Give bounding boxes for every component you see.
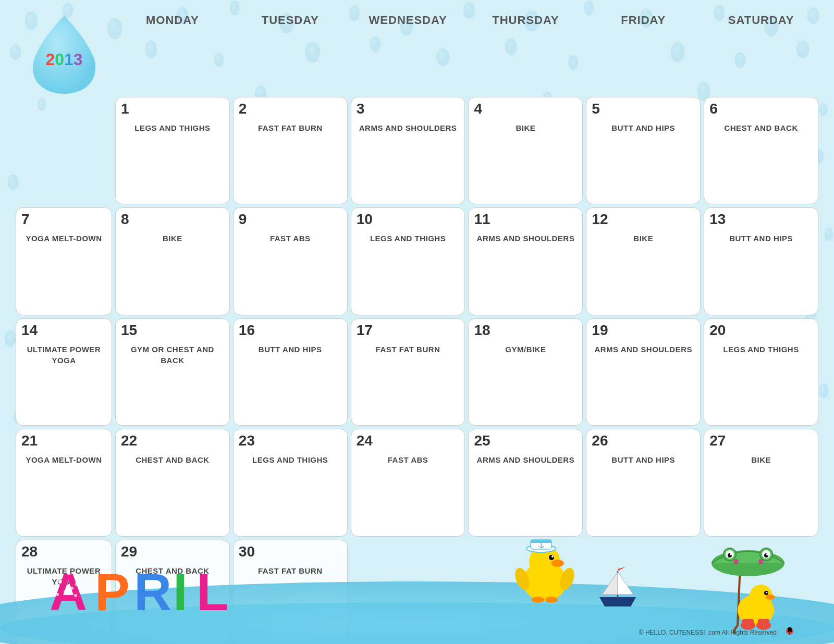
- calendar-cell: 27BIKE: [704, 429, 818, 536]
- saturday-header: SATURDAY: [704, 10, 818, 94]
- cell-day-number: 16: [239, 323, 255, 338]
- cell-day-number: 19: [592, 323, 608, 338]
- cell-activity: BIKE: [516, 122, 535, 133]
- cell-day-number: 20: [709, 323, 726, 338]
- tuesday-header: TUESDAY: [233, 10, 348, 94]
- cell-day-number: 14: [21, 323, 38, 338]
- cell-activity: LEGS AND THIGHS: [370, 233, 446, 244]
- cell-activity: CHEST AND BACK: [724, 122, 798, 133]
- calendar-cell: 10LEGS AND THIGHS: [351, 207, 465, 315]
- water-drop-icon: 2013: [22, 10, 106, 94]
- cell-day-number: 7: [21, 212, 30, 227]
- cell-activity: ARMS AND SHOULDERS: [594, 344, 692, 355]
- calendar-wrapper: 2013 MONDAY TUESDAY WEDNESDAY THURSDAY F…: [0, 0, 834, 644]
- cell-day-number: 27: [709, 434, 726, 448]
- cell-activity: CHEST AND BACK: [136, 454, 209, 465]
- cell-day-number: 12: [592, 212, 608, 227]
- wednesday-header: WEDNESDAY: [351, 10, 465, 94]
- calendar-cell: 18GYM/BIKE: [468, 318, 583, 426]
- calendar-cell: 14ULTIMATE POWER YOGA: [16, 318, 112, 426]
- calendar-cell: 25ARMS AND SHOULDERS: [468, 429, 583, 536]
- cell-day-number: 3: [357, 102, 365, 116]
- cell-day-number: 13: [709, 212, 726, 227]
- monday-header: MONDAY: [115, 10, 230, 94]
- calendar-cell: 15GYM OR CHEST AND BACK: [115, 318, 230, 426]
- cell-day-number: 23: [239, 434, 255, 448]
- svg-text:2013: 2013: [45, 50, 82, 69]
- calendar-cell: 13BUTT AND HIPS: [704, 207, 818, 315]
- calendar-cell: [586, 540, 701, 644]
- cell-activity: FAST FAT BURN: [258, 122, 323, 133]
- calendar-cell: 1LEGS AND THIGHS: [115, 97, 230, 204]
- cell-day-number: 1: [121, 102, 129, 116]
- calendar-cell: 20LEGS AND THIGHS: [704, 318, 818, 426]
- cell-day-number: 2: [239, 102, 247, 116]
- cell-activity: GYM OR CHEST AND BACK: [121, 344, 224, 366]
- cell-activity: ULTIMATE POWER YOGA: [21, 565, 106, 587]
- calendar-cell: 21YOGA MELT-DOWN: [16, 429, 112, 536]
- cell-day-number: 18: [474, 323, 490, 338]
- cell-activity: YOGA MELT-DOWN: [26, 454, 102, 465]
- calendar-cell: 6CHEST AND BACK: [704, 97, 818, 204]
- calendar-cell: [468, 540, 583, 644]
- cell-day-number: 9: [239, 212, 247, 227]
- calendar-cell: 3ARMS AND SHOULDERS: [351, 97, 465, 204]
- calendar-cell: 19ARMS AND SHOULDERS: [586, 318, 701, 426]
- calendar-cell: 9FAST ABS: [233, 207, 348, 315]
- cell-day-number: 25: [474, 434, 490, 448]
- calendar-cell: 28ULTIMATE POWER YOGA: [16, 540, 112, 644]
- header-row: 2013 MONDAY TUESDAY WEDNESDAY THURSDAY F…: [16, 10, 818, 94]
- calendar-cell: 7YOGA MELT-DOWN: [16, 207, 112, 315]
- calendar-cell: [16, 97, 112, 204]
- calendar-cell: [704, 540, 818, 644]
- cell-activity: BUTT AND HIPS: [259, 344, 322, 355]
- cell-activity: LEGS AND THIGHS: [723, 344, 799, 355]
- cell-day-number: 17: [357, 323, 373, 338]
- cell-day-number: 8: [121, 212, 129, 227]
- calendar-cell: 30FAST FAT BURN: [233, 540, 348, 644]
- cell-activity: BUTT AND HIPS: [611, 122, 675, 133]
- calendar-cell: 5BUTT AND HIPS: [586, 97, 701, 204]
- calendar-cell: [351, 540, 465, 644]
- cell-activity: FAST FAT BURN: [376, 344, 440, 355]
- cell-activity: BIKE: [633, 233, 653, 244]
- cell-day-number: 21: [21, 434, 38, 448]
- cell-day-number: 30: [239, 544, 255, 559]
- cell-day-number: 5: [592, 102, 600, 116]
- calendar-cell: 12BIKE: [586, 207, 701, 315]
- calendar-cell: 4BIKE: [468, 97, 583, 204]
- cell-activity: BUTT AND HIPS: [729, 233, 793, 244]
- cell-activity: ARMS AND SHOULDERS: [359, 122, 457, 133]
- cell-day-number: 28: [21, 544, 38, 559]
- cell-activity: BUTT AND HIPS: [611, 454, 675, 465]
- cell-activity: ULTIMATE POWER YOGA: [21, 344, 106, 366]
- cell-day-number: 26: [592, 434, 608, 448]
- cell-activity: ARMS AND SHOULDERS: [477, 233, 575, 244]
- calendar-cell: 17FAST FAT BURN: [351, 318, 465, 426]
- thursday-header: THURSDAY: [468, 10, 583, 94]
- cell-activity: FAST ABS: [388, 454, 428, 465]
- cell-activity: LEGS AND THIGHS: [252, 454, 328, 465]
- cell-activity: BIKE: [751, 454, 771, 465]
- calendar-cell: 8BIKE: [115, 207, 230, 315]
- cell-day-number: 22: [121, 434, 137, 448]
- calendar-grid: 1LEGS AND THIGHS2FAST FAT BURN3ARMS AND …: [16, 97, 818, 644]
- cell-day-number: 29: [121, 544, 137, 559]
- cell-activity: FAST ABS: [270, 233, 311, 244]
- cell-activity: YOGA MELT-DOWN: [26, 233, 102, 244]
- calendar-cell: 22CHEST AND BACK: [115, 429, 230, 536]
- cell-activity: FAST FAT BURN: [258, 565, 323, 576]
- cell-activity: BIKE: [163, 233, 182, 244]
- calendar-cell: 11ARMS AND SHOULDERS: [468, 207, 583, 315]
- calendar-cell: 16BUTT AND HIPS: [233, 318, 348, 426]
- cell-day-number: 11: [474, 212, 490, 227]
- cell-activity: CHEST AND BACK: [136, 565, 209, 576]
- cell-day-number: 6: [709, 102, 718, 116]
- calendar-cell: 24FAST ABS: [351, 429, 465, 536]
- cell-activity: LEGS AND THIGHS: [134, 122, 210, 133]
- calendar-cell: 29CHEST AND BACK: [115, 540, 230, 644]
- calendar-cell: 26BUTT AND HIPS: [586, 429, 701, 536]
- cell-day-number: 24: [357, 434, 373, 448]
- calendar-cell: 2FAST FAT BURN: [233, 97, 348, 204]
- cell-day-number: 4: [474, 102, 482, 116]
